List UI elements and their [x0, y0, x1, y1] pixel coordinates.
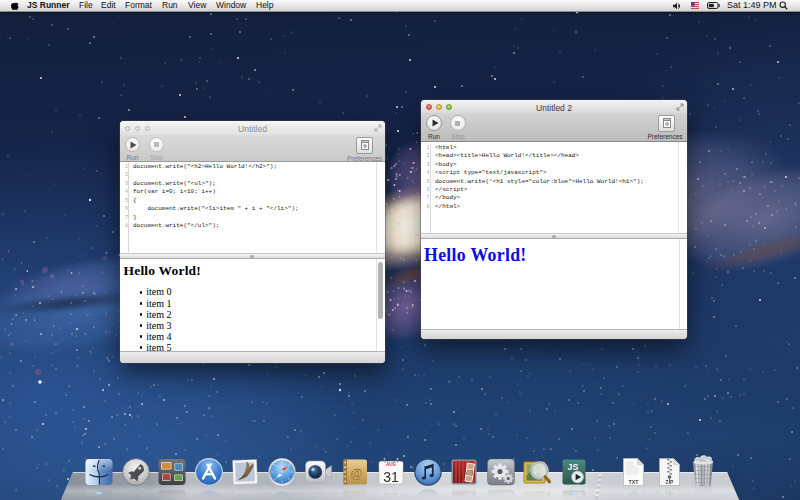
svg-text:31: 31 [383, 469, 399, 485]
svg-text:ZIP: ZIP [665, 479, 673, 485]
svg-text:@: @ [350, 465, 362, 480]
svg-text:AUG: AUG [386, 462, 397, 467]
svg-text:TXT: TXT [628, 479, 639, 485]
svg-text:JS: JS [567, 462, 578, 472]
